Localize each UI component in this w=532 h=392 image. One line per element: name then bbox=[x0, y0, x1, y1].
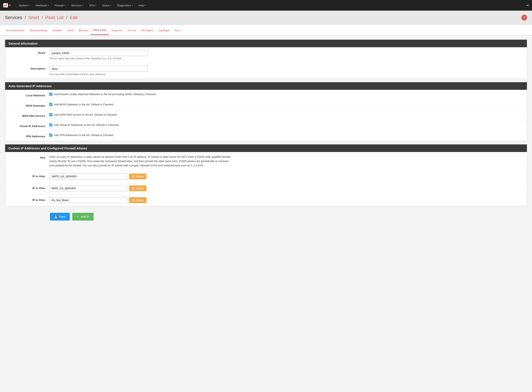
wan-gateways-checkbox[interactable] bbox=[49, 103, 52, 106]
name-row: Name The list name may only consist of t… bbox=[5, 47, 527, 63]
vpn-addresses-field: Add VPN Addresses to the list. Default i… bbox=[49, 134, 524, 137]
tab-pass-lists[interactable]: Pass Lists bbox=[91, 25, 109, 35]
ip-alias-label-2: IP or Alias bbox=[8, 185, 49, 190]
virtual-ip-label: Virtual IP Addresses bbox=[8, 123, 49, 128]
breadcrumb: Services / Snort / Pass List / Edit ? bbox=[0, 11, 532, 25]
tab-snort-interfaces[interactable]: Snort Interfaces bbox=[3, 25, 27, 35]
ip-alias-row-2: IP or Alias 🗑 Delete bbox=[5, 182, 527, 194]
nav-system[interactable]: System ▾ bbox=[16, 0, 32, 11]
ip-alias-label-3: IP or Alias bbox=[8, 197, 49, 201]
ip-alias-field-3: 🗑 Delete bbox=[49, 197, 524, 203]
ip-alias-input-2[interactable] bbox=[49, 185, 127, 191]
description-row: Description You may enter a description … bbox=[5, 63, 527, 79]
trash-icon-3: 🗑 bbox=[132, 199, 135, 202]
delete-button-3[interactable]: 🗑 Delete bbox=[129, 197, 146, 203]
nav-status[interactable]: Status ▾ bbox=[99, 0, 114, 11]
nav-diagnostics[interactable]: Diagnostics ▾ bbox=[114, 0, 135, 11]
trash-icon-2: 🗑 bbox=[132, 187, 135, 190]
auto-generated-section: Auto-Generated IP Addresses Local Networ… bbox=[5, 82, 527, 141]
description-label: Description bbox=[8, 66, 49, 70]
local-networks-checkbox[interactable] bbox=[49, 93, 52, 96]
breadcrumb-services: Services bbox=[5, 15, 22, 20]
tab-updates[interactable]: Updates bbox=[50, 25, 65, 35]
description-input[interactable] bbox=[49, 66, 148, 72]
local-networks-field: Add firewall Locally-Attached Networks t… bbox=[49, 93, 524, 96]
name-input[interactable] bbox=[49, 50, 148, 56]
virtual-ip-field: Add Virtual IP Addresses to the list. De… bbox=[49, 123, 524, 126]
wan-dns-row: WAN DNS Servers Add WAN DNS servers to t… bbox=[5, 110, 527, 121]
tab-log-mgmt[interactable]: Log Mgmt bbox=[155, 25, 172, 35]
nav-interfaces[interactable]: Interfaces ▾ bbox=[32, 0, 51, 11]
ip-alias-input-1[interactable] bbox=[49, 173, 127, 179]
general-information-section: General Information Name The list name m… bbox=[5, 39, 527, 79]
delete-label-2: Delete bbox=[136, 187, 144, 190]
add-icon: ＋ bbox=[76, 215, 79, 219]
vpn-addresses-checkbox[interactable] bbox=[49, 134, 52, 137]
nav-items: System ▾ Interfaces ▾ Firewall ▾ Service… bbox=[16, 0, 526, 11]
custom-ip-header: Custom IP Addresses and Configured Firew… bbox=[5, 145, 527, 152]
virtual-ip-checkbox[interactable] bbox=[49, 123, 52, 126]
breadcrumb-edit[interactable]: Edit bbox=[70, 15, 78, 20]
delete-button-1[interactable]: 🗑 Delete bbox=[129, 173, 146, 179]
wan-dns-text: Add WAN DNS servers to the list. Default… bbox=[54, 113, 117, 116]
wan-gateways-row: WAN Gateways Add WAN Gateways to the lis… bbox=[5, 100, 527, 110]
add-ip-label: Add IP bbox=[81, 215, 89, 218]
brand[interactable]: pf + bbox=[3, 3, 11, 8]
tab-sid-mgmt[interactable]: SID Mgmt bbox=[139, 25, 155, 35]
nav-help[interactable]: Help ▾ bbox=[136, 0, 149, 11]
custom-ip-section: Custom IP Addresses and Configured Firew… bbox=[5, 144, 527, 206]
wan-dns-checkbox[interactable] bbox=[49, 113, 52, 116]
tab-suppress[interactable]: Suppress bbox=[109, 25, 125, 35]
tab-sync[interactable]: Sync bbox=[172, 25, 183, 35]
name-hint: The list name may only consist of the ch… bbox=[49, 57, 524, 60]
save-button[interactable]: 💾 Save bbox=[50, 213, 70, 220]
tab-ip-lists[interactable]: IP Lists bbox=[125, 25, 139, 35]
breadcrumb-passlist[interactable]: Pass List bbox=[45, 15, 64, 20]
trash-icon-1: 🗑 bbox=[132, 175, 135, 178]
save-icon: 💾 bbox=[54, 215, 57, 218]
tab-alerts[interactable]: Alerts bbox=[65, 25, 76, 35]
tab-global-settings[interactable]: Global Settings bbox=[27, 25, 50, 35]
action-buttons: 💾 Save ＋ Add IP bbox=[5, 210, 527, 224]
local-networks-label: Local Networks bbox=[8, 93, 49, 97]
breadcrumb-text: Services / Snort / Pass List / Edit bbox=[5, 15, 78, 20]
navbar: pf + System ▾ Interfaces ▾ Firewall ▾ Se… bbox=[0, 0, 532, 11]
description-field: You may enter a description here for you… bbox=[49, 66, 524, 76]
wan-dns-label: WAN DNS Servers bbox=[8, 113, 49, 117]
save-label: Save bbox=[59, 215, 66, 218]
brand-logo: pf bbox=[3, 3, 8, 7]
ip-alias-field-1: 🗑 Delete bbox=[49, 173, 524, 179]
delete-button-2[interactable]: 🗑 Delete bbox=[129, 185, 146, 191]
description-hint: You may enter a description here for you… bbox=[49, 73, 524, 76]
ip-alias-row-1: IP or Alias 🗑 Delete bbox=[5, 171, 527, 182]
virtual-ip-text: Add Virtual IP Addresses to the list. De… bbox=[54, 123, 119, 126]
delete-label-3: Delete bbox=[136, 199, 144, 202]
hint-field: Enter as many IP addresses or alias name… bbox=[49, 155, 524, 168]
main-content: General Information Name The list name m… bbox=[0, 35, 532, 228]
ip-alias-input-3[interactable] bbox=[49, 197, 127, 203]
hint-text: Enter as many IP addresses or alias name… bbox=[49, 155, 233, 168]
wan-gateways-field: Add WAN Gateways to the list. Default is… bbox=[49, 103, 524, 106]
add-ip-button[interactable]: ＋ Add IP bbox=[72, 213, 93, 220]
tab-blocked[interactable]: Blocked bbox=[77, 25, 91, 35]
vpn-addresses-text: Add VPN Addresses to the list. Default i… bbox=[54, 134, 114, 137]
breadcrumb-snort[interactable]: Snort bbox=[28, 15, 39, 20]
nav-vpn[interactable]: VPN ▾ bbox=[86, 0, 99, 11]
local-networks-row: Local Networks Add firewall Locally-Atta… bbox=[5, 90, 527, 100]
ip-alias-label-1: IP or Alias bbox=[8, 173, 49, 178]
nav-services[interactable]: Services ▾ bbox=[68, 0, 86, 11]
hint-row: Hint Enter as many IP addresses or alias… bbox=[5, 152, 527, 171]
general-information-header: General Information bbox=[5, 40, 527, 47]
nav-firewall[interactable]: Firewall ▾ bbox=[51, 0, 68, 11]
auto-generated-header: Auto-Generated IP Addresses bbox=[5, 82, 527, 90]
wan-dns-field: Add WAN DNS servers to the list. Default… bbox=[49, 113, 524, 116]
wan-gateways-label: WAN Gateways bbox=[8, 103, 49, 107]
logout-icon[interactable]: ⇥ bbox=[526, 3, 529, 8]
help-icon[interactable]: ? bbox=[521, 15, 527, 20]
virtual-ip-row: Virtual IP Addresses Add Virtual IP Addr… bbox=[5, 121, 527, 131]
tabs-bar: Snort Interfaces Global Settings Updates… bbox=[0, 25, 532, 35]
hint-label: Hint bbox=[8, 155, 49, 159]
ip-alias-field-2: 🗑 Delete bbox=[49, 185, 524, 191]
vpn-addresses-row: VPN Addresses Add VPN Addresses to the l… bbox=[5, 131, 527, 141]
local-networks-text: Add firewall Locally-Attached Networks t… bbox=[54, 93, 157, 96]
